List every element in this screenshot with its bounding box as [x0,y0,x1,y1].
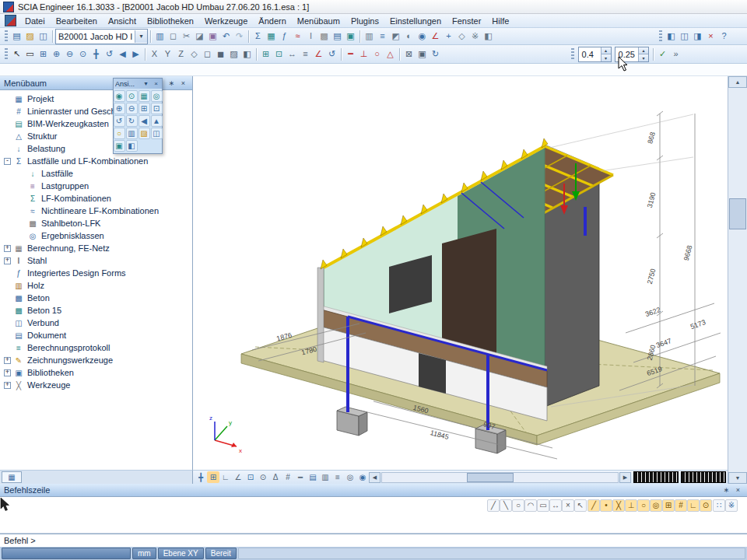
zoom-out-icon[interactable]: ⊖ [126,103,138,114]
new-window-icon[interactable]: ◧ [665,30,678,43]
light-toggle-icon[interactable]: ○ [114,128,125,139]
snap-intersection-icon[interactable]: ╳ [612,499,625,512]
project-combo[interactable]: B20001 Jacob HD I ▾ [55,29,148,44]
menu-item[interactable]: Fenster [447,15,486,27]
clipping-box-icon[interactable]: ▣ [416,47,429,61]
menu-item[interactable]: Bearbeiten [51,15,103,27]
tree-expander-icon[interactable] [4,357,11,364]
draw-circle-icon[interactable]: ○ [512,499,524,512]
layout-tab-icon[interactable]: ▥ [319,471,331,483]
paperspace-icon[interactable]: ▥ [363,30,376,43]
clip-view-icon[interactable]: ◧ [126,140,138,152]
annotation-scale-icon[interactable]: ◉ [356,471,369,483]
tree-item[interactable]: Zeichnungswerkzeuge [0,354,192,366]
zoom-window-icon[interactable]: ⊞ [139,103,150,114]
rotate-right-icon[interactable]: ↻ [126,115,138,127]
view-float-toolbar[interactable]: Ansi... ▾ × ◉⊙▦◎⊕⊖⊞⊡↺↻◀▲○▥▨◫▣◧ [113,78,163,154]
save-project-icon[interactable]: ◫ [37,30,50,43]
zoom-selection-icon[interactable]: ⊡ [151,103,163,114]
tree-item[interactable]: Bibliotheken [0,366,192,379]
view-y-icon[interactable]: Y [161,47,174,61]
close-window-icon[interactable]: × [704,30,717,43]
ucs-icon[interactable]: ∠ [429,30,442,43]
snap-ortho-icon[interactable]: ∟ [687,499,700,512]
cascade-windows-icon[interactable]: ◨ [691,30,704,43]
tree-expander-icon[interactable] [4,257,11,264]
regenerate-icon[interactable]: ↺ [325,47,338,61]
tree-item[interactable]: LF-Kombinationen [0,192,192,205]
horizontal-scrollbar[interactable] [381,472,619,483]
tree-item[interactable]: Holz [0,279,192,292]
command-panel-header[interactable]: Befehlszeile ∗ × [0,484,747,497]
internal-forces-m-icon[interactable]: ○ [370,47,384,61]
model-tab-icon[interactable]: ▤ [307,471,319,483]
tree-item[interactable]: Beton 15 [0,304,192,317]
perspective-icon[interactable]: ◇ [455,30,468,43]
pin-icon[interactable]: ∗ [167,78,177,88]
menu-tree-tab[interactable]: ▦ [2,471,22,483]
refresh-icon[interactable]: ↻ [429,47,442,61]
spin-down-icon[interactable]: ▾ [601,54,611,61]
apply-scale-icon[interactable]: ✓ [656,47,669,61]
help-icon[interactable]: ? [717,30,731,43]
combo-dropdown-icon[interactable]: ▾ [135,30,147,43]
scroll-up-icon[interactable]: ▲ [728,76,747,88]
zoom-window-icon[interactable]: ⊞ [37,47,50,61]
menu-item[interactable]: Datei [19,15,51,27]
dot-grid-icon[interactable]: ∷ [713,499,725,512]
snap-settings-icon[interactable]: ※ [725,499,738,512]
menu-item[interactable]: Ändern [253,15,291,27]
tree-item[interactable]: Integriertes Design Forms [0,267,192,279]
close-icon[interactable]: × [178,78,188,88]
menu-item[interactable]: Hilfe [486,15,514,27]
tree-item[interactable]: Verbund [0,317,192,329]
open-view-icon[interactable]: ▨ [139,128,150,139]
coordinates-icon[interactable]: + [442,30,455,43]
tile-windows-icon[interactable]: ◫ [678,30,691,43]
redo-icon[interactable]: ↷ [233,30,246,43]
zoom-all-icon[interactable]: ⊙ [76,47,89,61]
dynamic-ucs-icon[interactable]: Δ [269,471,282,483]
view-z-icon[interactable]: Z [174,47,188,61]
calculation-icon[interactable]: Σ [251,30,265,43]
save-view-icon[interactable]: ◫ [151,128,163,139]
tree-expander-icon[interactable] [4,382,11,389]
print-icon[interactable]: ▥ [153,30,167,43]
grid-toggle-icon[interactable]: ⊞ [259,47,272,61]
draw-arc-icon[interactable]: ◠ [524,499,537,512]
view-left-icon[interactable]: ◀ [139,115,150,127]
select-arrow-icon[interactable]: ↖ [10,47,23,61]
close-icon[interactable]: × [733,485,743,495]
document-icon[interactable]: ▤ [331,30,344,43]
view-center-icon[interactable]: ⊙ [126,90,138,102]
zoom-in-icon[interactable]: ⊕ [50,47,63,61]
snap-perpendicular-icon[interactable]: ⊥ [625,499,637,512]
ortho-mode-icon[interactable]: ∟ [219,471,232,483]
snap-tangent-icon[interactable]: ○ [637,499,650,512]
cut-icon[interactable]: ✂ [180,30,193,43]
tree-item[interactable]: BIM-Werkzeugkasten [0,117,192,130]
menu-item[interactable]: Ansicht [103,15,142,27]
steel-check-icon[interactable]: I [304,30,317,43]
tree-item[interactable]: Stahlbeton-LFK [0,217,192,229]
new-project-icon[interactable]: ▤ [10,30,23,43]
status-plane[interactable]: Ebene XY [158,548,204,559]
select-window-icon[interactable]: ▭ [23,47,37,61]
open-project-icon[interactable]: ▨ [23,30,37,43]
rotate-view-icon[interactable]: ↺ [103,47,116,61]
draw-rectangle-icon[interactable]: ▭ [537,499,549,512]
view-render-icon[interactable]: ◎ [151,90,163,102]
previous-view-icon[interactable]: ◀ [116,47,129,61]
tree-item[interactable]: Projekt [0,93,192,105]
lineweight-icon[interactable]: ━ [294,471,307,483]
menu-item[interactable]: Bibliotheken [142,15,199,27]
shaded-icon[interactable]: ◧ [240,47,254,61]
view-float-header[interactable]: Ansi... ▾ × [114,79,162,89]
spin-down-icon[interactable]: ▾ [639,54,648,61]
snap-center-icon[interactable]: ◎ [650,499,662,512]
undo-icon[interactable]: ↶ [219,30,233,43]
snap-grid-icon[interactable]: ⊞ [207,471,219,483]
delete-element-icon[interactable]: × [562,499,574,512]
rotate-left-icon[interactable]: ↺ [114,115,125,127]
escape-command-icon[interactable]: ↖ [574,499,587,512]
